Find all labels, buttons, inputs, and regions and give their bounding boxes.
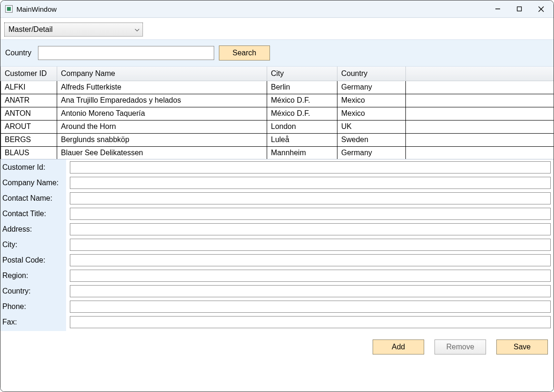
grid-cell-country: Sweden: [337, 133, 406, 146]
field-label: Address:: [2, 225, 67, 234]
grid-cell-id: ANTON: [1, 107, 57, 120]
customer-detail-form: Customer Id:Company Name:Contact Name:Co…: [0, 159, 554, 331]
grid-cell-blank: [406, 120, 554, 133]
field-row: Fax:: [2, 316, 551, 328]
grid-cell-company: Alfreds Futterkiste: [57, 81, 267, 94]
grid-cell-city: México D.F.: [267, 107, 337, 120]
view-selector-row: Master/Detail: [0, 18, 554, 39]
grid-cell-id: BERGS: [1, 133, 57, 146]
field-label: Company Name:: [2, 179, 67, 187]
field-row: Contact Name:: [2, 192, 551, 204]
customers-grid-scroll[interactable]: Customer ID Company Name City Country AL…: [0, 67, 554, 159]
window-title: MainWindow: [16, 5, 57, 13]
table-row[interactable]: BLAUSBlauer See DelikatessenMannheimGerm…: [1, 146, 554, 159]
field-input-contacttitle[interactable]: [70, 208, 551, 220]
field-input-customerid[interactable]: [70, 161, 551, 173]
svg-rect-1: [517, 7, 522, 11]
customers-grid: Customer ID Company Name City Country AL…: [0, 67, 554, 159]
grid-header-row: Customer ID Company Name City Country: [1, 67, 554, 81]
field-row: Region:: [2, 270, 551, 282]
grid-cell-id: ANATR: [1, 94, 57, 107]
grid-header-blank[interactable]: [406, 67, 554, 81]
title-bar: MainWindow: [0, 0, 554, 17]
field-input-region[interactable]: [70, 270, 551, 282]
field-input-postalcode[interactable]: [70, 254, 551, 266]
grid-cell-country: Mexico: [337, 107, 406, 120]
search-bar: Country Search: [0, 39, 554, 67]
field-row: Postal Code:: [2, 254, 551, 266]
chevron-down-icon: [135, 25, 140, 34]
field-label: Customer Id:: [2, 163, 67, 172]
field-input-companyname[interactable]: [70, 177, 551, 189]
field-label: City:: [2, 241, 67, 249]
grid-cell-company: Ana Trujillo Emparedados y helados: [57, 94, 267, 107]
grid-header-customer-id[interactable]: Customer ID: [1, 67, 57, 81]
client-area: Master/Detail Country Search: [0, 17, 554, 392]
view-combobox[interactable]: Master/Detail: [4, 23, 143, 37]
grid-cell-blank: [406, 94, 554, 107]
grid-cell-id: BLAUS: [1, 146, 57, 159]
field-row: Phone:: [2, 301, 551, 313]
grid-cell-id: AROUT: [1, 120, 57, 133]
field-label: Postal Code:: [2, 256, 67, 264]
search-label: Country: [5, 49, 31, 57]
remove-button[interactable]: Remove: [434, 339, 486, 354]
table-row[interactable]: ANATRAna Trujillo Emparedados y heladosM…: [1, 94, 554, 107]
field-label: Country:: [2, 287, 67, 295]
main-window: MainWindow Master/Detail Co: [0, 0, 554, 392]
grid-cell-blank: [406, 133, 554, 146]
field-row: Customer Id:: [2, 161, 551, 173]
customers-grid-container: Customer ID Company Name City Country AL…: [0, 67, 554, 159]
grid-cell-city: México D.F.: [267, 94, 337, 107]
field-label: Contact Title:: [2, 210, 67, 218]
field-input-country[interactable]: [70, 285, 551, 297]
grid-cell-city: London: [267, 120, 337, 133]
field-row: City:: [2, 239, 551, 251]
grid-cell-company: Blauer See Delikatessen: [57, 146, 267, 159]
grid-header-city[interactable]: City: [267, 67, 337, 81]
save-button[interactable]: Save: [496, 339, 548, 354]
field-input-fax[interactable]: [70, 316, 551, 328]
table-row[interactable]: ANTONAntonio Moreno TaqueríaMéxico D.F.M…: [1, 107, 554, 120]
grid-header-company-name[interactable]: Company Name: [57, 67, 267, 81]
grid-cell-city: Mannheim: [267, 146, 337, 159]
add-button[interactable]: Add: [373, 339, 424, 354]
field-input-contactname[interactable]: [70, 192, 551, 204]
table-row[interactable]: AROUTAround the HornLondonUK: [1, 120, 554, 133]
field-input-address[interactable]: [70, 223, 551, 235]
table-row[interactable]: BERGSBerglunds snabbköpLuleåSweden: [1, 133, 554, 146]
field-label: Phone:: [2, 302, 67, 311]
maximize-button[interactable]: [509, 1, 530, 16]
grid-cell-country: Germany: [337, 146, 406, 159]
field-input-city[interactable]: [70, 239, 551, 251]
view-combobox-value: Master/Detail: [8, 25, 52, 34]
grid-cell-city: Luleå: [267, 133, 337, 146]
grid-cell-company: Around the Horn: [57, 120, 267, 133]
field-row: Contact Title:: [2, 208, 551, 220]
grid-header-country[interactable]: Country: [337, 67, 406, 81]
grid-cell-company: Berglunds snabbköp: [57, 133, 267, 146]
grid-cell-blank: [406, 81, 554, 94]
app-icon: [5, 5, 13, 13]
grid-cell-country: Germany: [337, 81, 406, 94]
field-row: Country:: [2, 285, 551, 297]
window-controls: [487, 1, 552, 16]
field-label: Fax:: [2, 318, 67, 326]
grid-cell-city: Berlin: [267, 81, 337, 94]
field-row: Address:: [2, 223, 551, 235]
grid-cell-country: UK: [337, 120, 406, 133]
grid-cell-country: Mexico: [337, 94, 406, 107]
field-label: Contact Name:: [2, 194, 67, 203]
close-button[interactable]: [530, 1, 552, 16]
minimize-button[interactable]: [487, 1, 509, 16]
grid-cell-id: ALFKI: [1, 81, 57, 94]
grid-cell-company: Antonio Moreno Taquería: [57, 107, 267, 120]
action-button-bar: Add Remove Save: [0, 331, 554, 361]
country-search-input[interactable]: [38, 46, 214, 60]
field-label: Region:: [2, 271, 67, 280]
table-row[interactable]: ALFKIAlfreds FutterkisteBerlinGermany: [1, 81, 554, 94]
field-input-phone[interactable]: [70, 301, 551, 313]
search-button[interactable]: Search: [219, 45, 270, 60]
field-row: Company Name:: [2, 177, 551, 189]
grid-cell-blank: [406, 146, 554, 159]
